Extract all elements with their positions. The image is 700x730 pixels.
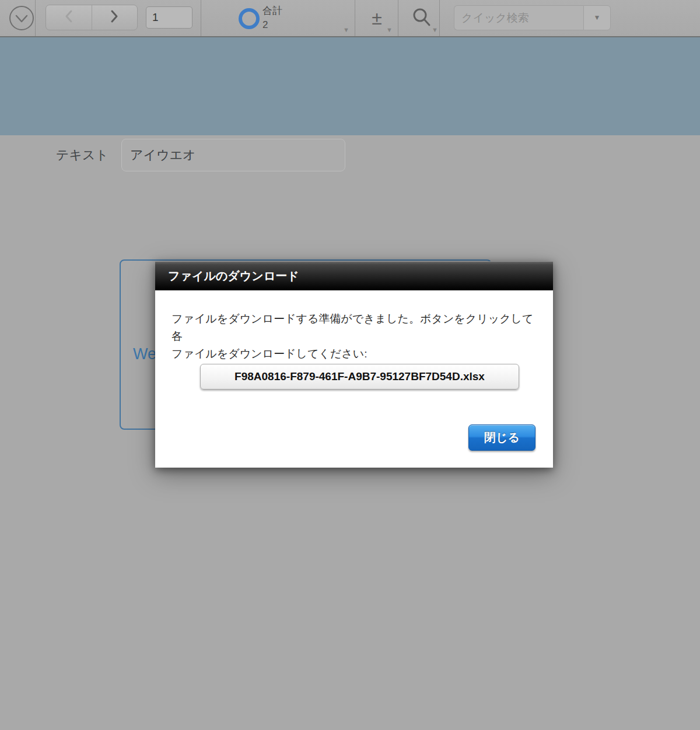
- status-toolbar: 合計 2 ▼ ± ▼ ▼ ▼: [0, 0, 700, 37]
- record-nav-group: [46, 5, 138, 30]
- download-file-button[interactable]: F98A0816-F879-461F-A9B7-95127BF7D54D.xls…: [200, 364, 519, 389]
- toolbar-toggle-button[interactable]: [9, 5, 34, 31]
- found-count-label: 合計: [262, 4, 282, 18]
- search-icon: [411, 21, 432, 30]
- chevron-left-icon: [63, 9, 75, 26]
- text-field-label: テキスト: [56, 146, 108, 164]
- dialog-message-line: ファイルをダウンロードしてください:: [172, 345, 537, 363]
- found-count: 合計 2: [262, 4, 282, 32]
- toolbar-separator: [355, 0, 355, 36]
- dropdown-triangle-icon[interactable]: ▼: [343, 27, 349, 33]
- sort-plusminus-button[interactable]: ±: [365, 5, 388, 31]
- chevron-down-circle-icon: [9, 23, 34, 33]
- close-button[interactable]: 閉じる: [468, 424, 536, 451]
- layout-header-band: [0, 37, 700, 135]
- dialog-message: ファイルをダウンロードする準備ができました。ボタンをクリックして各 ファイルをダ…: [172, 310, 537, 363]
- chevron-right-icon: [108, 9, 120, 26]
- toolbar-separator: [201, 0, 201, 36]
- previous-record-button[interactable]: [46, 5, 92, 30]
- dropdown-triangle-icon[interactable]: ▼: [432, 27, 438, 33]
- found-set-pie-icon[interactable]: [239, 8, 260, 29]
- record-number-input[interactable]: [146, 6, 192, 29]
- found-count-value: 2: [262, 18, 282, 32]
- file-download-dialog: ファイルのダウンロード ファイルをダウンロードする準備ができました。ボタンをクリ…: [155, 261, 553, 468]
- background-web-button-label: We: [133, 345, 156, 363]
- next-record-button[interactable]: [92, 5, 138, 30]
- toolbar-separator: [439, 0, 440, 36]
- dialog-title: ファイルのダウンロード: [155, 261, 553, 290]
- toolbar-separator: [35, 0, 36, 36]
- quick-search-dropdown-button[interactable]: ▼: [583, 5, 611, 30]
- find-button[interactable]: [410, 6, 434, 30]
- text-field-input[interactable]: [121, 139, 345, 171]
- quick-search-input[interactable]: [454, 5, 583, 30]
- toolbar-separator: [398, 0, 398, 36]
- dropdown-triangle-icon[interactable]: ▼: [386, 27, 393, 33]
- page: 合計 2 ▼ ± ▼ ▼ ▼ テキスト We ファイルのダウンロード ファイルを…: [0, 0, 700, 730]
- dialog-message-line: ファイルをダウンロードする準備ができました。ボタンをクリックして各: [172, 310, 537, 345]
